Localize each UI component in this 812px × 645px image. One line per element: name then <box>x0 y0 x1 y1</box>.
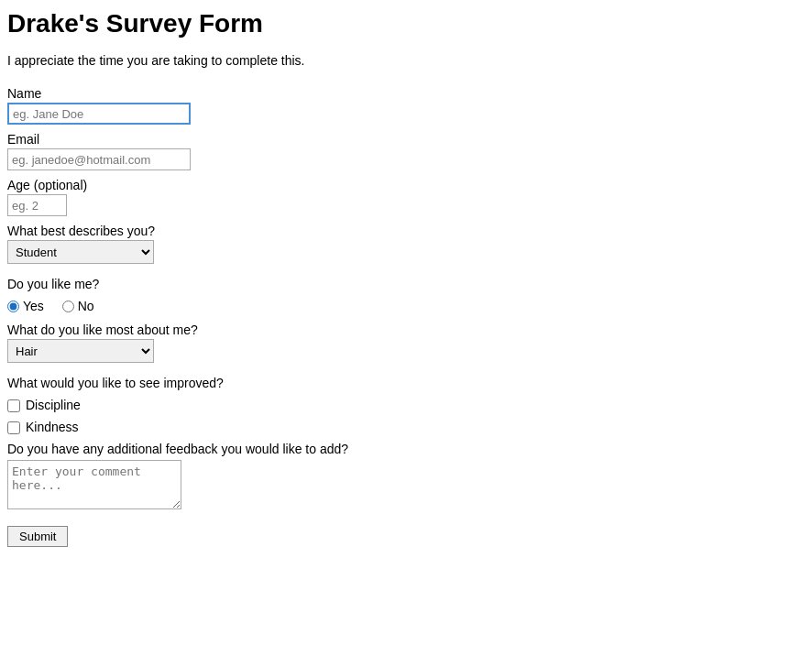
name-input[interactable] <box>7 103 191 125</box>
like-label: Do you like me? <box>7 277 805 291</box>
describe-label: What best describes you? <box>7 224 805 238</box>
email-label: Email <box>7 132 805 147</box>
radio-no[interactable] <box>62 301 74 312</box>
checkbox-discipline-label[interactable]: Discipline <box>26 398 81 412</box>
describe-select[interactable]: Student Professional Other <box>7 240 154 264</box>
checkbox-kindness-label[interactable]: Kindness <box>26 420 79 434</box>
like-most-select[interactable]: Hair Eyes Smile Personality <box>7 339 154 363</box>
checkbox-kindness-row: Kindness <box>7 420 805 436</box>
checkbox-discipline-row: Discipline <box>7 398 805 414</box>
improve-checkbox-group: Discipline Kindness <box>7 398 805 436</box>
submit-button[interactable]: Submit <box>7 526 68 547</box>
radio-yes-label[interactable]: Yes <box>7 299 44 313</box>
like-most-label: What do you like most about me? <box>7 322 805 337</box>
improve-label: What would you like to see improved? <box>7 376 805 390</box>
email-input[interactable] <box>7 148 191 170</box>
like-radio-group: Yes No <box>7 299 805 315</box>
age-input[interactable] <box>7 194 67 216</box>
radio-no-text: No <box>78 299 94 313</box>
age-label: Age (optional) <box>7 178 805 192</box>
feedback-textarea[interactable] <box>7 460 181 509</box>
radio-yes-text: Yes <box>23 299 44 313</box>
checkbox-kindness[interactable] <box>7 421 20 434</box>
radio-no-label[interactable]: No <box>62 299 94 313</box>
checkbox-discipline[interactable] <box>7 399 20 412</box>
radio-yes[interactable] <box>7 301 19 312</box>
subtitle-text: I appreciate the time you are taking to … <box>7 53 805 68</box>
feedback-label: Do you have any additional feedback you … <box>7 442 805 456</box>
name-label: Name <box>7 86 805 101</box>
page-title: Drake's Survey Form <box>7 9 805 38</box>
